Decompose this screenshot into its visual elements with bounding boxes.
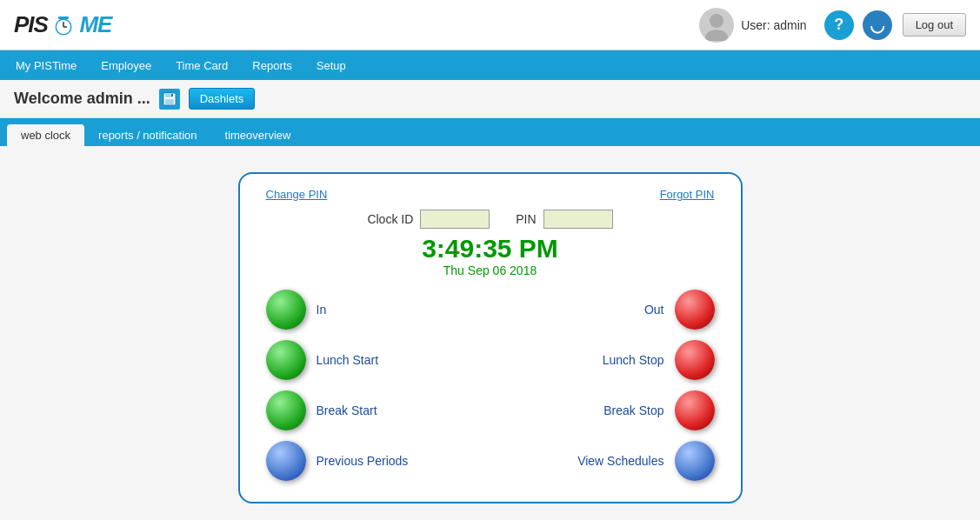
previous-periods-label: Previous Periods xyxy=(317,454,409,468)
view-schedules-group: View Schedules xyxy=(499,441,715,481)
svg-rect-10 xyxy=(171,94,173,97)
pin-input[interactable] xyxy=(543,210,613,229)
logo: PIS ME xyxy=(14,11,111,38)
clock-id-group: Clock ID xyxy=(367,210,490,229)
break-stop-button[interactable] xyxy=(675,390,715,430)
svg-rect-8 xyxy=(165,93,172,97)
user-name: User: admin xyxy=(741,18,806,32)
out-group: Out xyxy=(499,290,715,330)
lunch-start-button[interactable] xyxy=(266,340,306,380)
clock-row-extra: Previous Periods View Schedules xyxy=(266,441,715,481)
break-start-group: Break Start xyxy=(266,390,482,430)
change-pin-link[interactable]: Change PIN xyxy=(266,188,328,201)
svg-rect-9 xyxy=(165,99,174,104)
nav-item-timecard[interactable]: Time Card xyxy=(163,54,240,77)
header: PIS ME User: admin ? ◡ Log out xyxy=(0,0,980,50)
current-time: 3:49:35 PM xyxy=(266,234,715,263)
time-display: 3:49:35 PM Thu Sep 06 2018 xyxy=(266,234,715,277)
user-info: User: admin xyxy=(699,8,806,43)
previous-periods-button[interactable] xyxy=(266,441,306,481)
lunch-stop-button[interactable] xyxy=(675,340,715,380)
logo-clock-icon xyxy=(54,15,73,37)
header-icons: ? ◡ xyxy=(824,10,892,40)
clock-widget-header: Change PIN Forgot PIN xyxy=(266,188,715,201)
avatar xyxy=(699,8,734,43)
in-label: In xyxy=(317,303,327,317)
lunch-start-label: Lunch Start xyxy=(317,353,379,367)
clock-widget: Change PIN Forgot PIN Clock ID PIN 3:49:… xyxy=(238,172,743,503)
nav-item-reports[interactable]: Reports xyxy=(240,54,304,77)
lunch-start-group: Lunch Start xyxy=(266,340,482,380)
nav-item-setup[interactable]: Setup xyxy=(304,54,358,77)
logout-button[interactable]: Log out xyxy=(903,13,966,37)
in-group: In xyxy=(266,290,482,330)
tab-webclock[interactable]: web clock xyxy=(7,124,84,146)
forgot-pin-link[interactable]: Forgot PIN xyxy=(660,188,715,201)
view-schedules-label: View Schedules xyxy=(577,454,663,468)
help-icon[interactable]: ? xyxy=(824,10,854,40)
dashlets-button[interactable]: Dashlets xyxy=(189,88,256,110)
clock-id-label: Clock ID xyxy=(367,212,413,226)
tab-timeoverview[interactable]: timeoverview xyxy=(211,124,305,146)
pin-group: PIN xyxy=(516,210,612,229)
out-label: Out xyxy=(644,303,664,317)
clock-row-lunch: Lunch Start Lunch Stop xyxy=(266,340,715,380)
out-button[interactable] xyxy=(675,290,715,330)
floppy-disk-icon xyxy=(163,92,177,106)
tab-reports-notification[interactable]: reports / notification xyxy=(84,124,210,146)
logo-text: PIS ME xyxy=(14,11,111,38)
avatar-icon xyxy=(701,10,732,41)
clock-inputs: Clock ID PIN xyxy=(266,210,715,229)
nav-item-employee[interactable]: Employee xyxy=(89,54,163,77)
clock-id-input[interactable] xyxy=(420,210,490,229)
tabs-bar: web clock reports / notification timeove… xyxy=(0,118,980,146)
break-stop-group: Break Stop xyxy=(499,390,715,430)
welcome-bar: Welcome admin ... Dashlets xyxy=(0,80,980,118)
support-icon[interactable]: ◡ xyxy=(863,10,892,40)
in-button[interactable] xyxy=(266,290,306,330)
svg-point-5 xyxy=(710,14,723,28)
nav-bar: My PISTime Employee Time Card Reports Se… xyxy=(0,50,980,80)
svg-point-6 xyxy=(705,30,728,41)
break-stop-label: Break Stop xyxy=(603,403,663,417)
main-content: Change PIN Forgot PIN Clock ID PIN 3:49:… xyxy=(0,146,980,520)
pin-label: PIN xyxy=(516,212,536,226)
previous-periods-group: Previous Periods xyxy=(266,441,482,481)
view-schedules-button[interactable] xyxy=(675,441,715,481)
svg-rect-4 xyxy=(58,17,69,19)
break-start-button[interactable] xyxy=(266,390,306,430)
current-date: Thu Sep 06 2018 xyxy=(266,263,715,277)
lunch-stop-label: Lunch Stop xyxy=(603,353,664,367)
clock-row-in-out: In Out xyxy=(266,290,715,330)
clock-buttons: In Out Lunch Start Lunch Stop xyxy=(266,290,715,481)
welcome-title: Welcome admin ... xyxy=(14,90,150,108)
save-icon[interactable] xyxy=(159,89,180,110)
break-start-label: Break Start xyxy=(317,403,377,417)
nav-item-mypis[interactable]: My PISTime xyxy=(3,54,89,77)
clock-row-break: Break Start Break Stop xyxy=(266,390,715,430)
lunch-stop-group: Lunch Stop xyxy=(499,340,715,380)
